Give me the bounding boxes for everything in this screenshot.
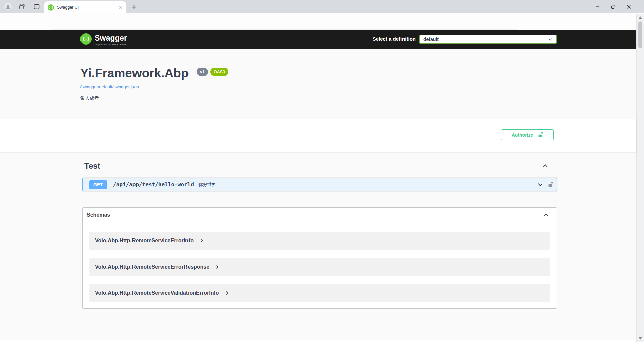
tag-title: Test (84, 161, 100, 171)
tab-actions-icon (33, 3, 40, 10)
swagger-logo-icon: {…} (80, 33, 92, 45)
page-bottom-edge (0, 340, 636, 342)
new-tab-button[interactable] (130, 3, 138, 11)
restore-icon (611, 5, 615, 9)
swagger-topbar: {…} Swagger Supported by SMARTBEAR Selec… (0, 30, 636, 49)
schemas-title: Schemas (87, 212, 110, 218)
collapse-chevron-up-icon[interactable] (542, 163, 549, 169)
scroll-down-arrow-icon[interactable] (639, 337, 642, 340)
tab-actions-button[interactable] (33, 3, 41, 11)
swagger-brand-text: Swagger (95, 34, 127, 43)
window-restore-button[interactable] (605, 0, 621, 13)
api-description: 集大成者 (80, 95, 99, 101)
minimize-icon (596, 5, 600, 9)
operation-get-hello-world[interactable]: GET /api/app/test/hello-world 你好世界 (82, 178, 557, 191)
workspaces-button[interactable] (18, 3, 26, 11)
schemas-section: Schemas Volo.Abp.Http.RemoteServiceError… (82, 207, 557, 309)
scrollbar-thumb[interactable] (638, 21, 642, 48)
definition-select-label: Select a definition (367, 36, 416, 42)
plus-icon (131, 5, 137, 10)
workspaces-icon (19, 3, 25, 10)
model-chevron-right-icon (215, 265, 219, 269)
definition-select[interactable]: default (419, 35, 557, 44)
unlock-icon (538, 132, 543, 138)
oas3-badge: OAS3 (210, 68, 228, 76)
tag-section-test[interactable]: Test (82, 158, 557, 174)
api-title: Yi.Framework.Abp (80, 66, 189, 80)
person-icon (4, 3, 12, 11)
model-remote-service-error-response[interactable]: Volo.Abp.Http.RemoteServiceErrorResponse (89, 258, 550, 276)
model-name: Volo.Abp.Http.RemoteServiceErrorInfo (95, 238, 194, 244)
swagger-brand-tagline: Supported by SMARTBEAR (95, 43, 127, 46)
vertical-scrollbar[interactable] (636, 14, 644, 342)
browser-tab-swagger-ui[interactable]: {…} Swagger UI (44, 1, 126, 13)
browser-tab-strip: {…} Swagger UI (0, 0, 644, 13)
schemas-header[interactable]: Schemas (83, 208, 557, 222)
close-icon (627, 5, 631, 9)
model-remote-service-validation-error-info[interactable]: Volo.Abp.Http.RemoteServiceValidationErr… (89, 284, 550, 302)
tab-title: Swagger UI (57, 5, 117, 10)
model-name: Volo.Abp.Http.RemoteServiceValidationErr… (95, 290, 219, 296)
model-chevron-right-icon (200, 239, 204, 243)
model-remote-service-error-info[interactable]: Volo.Abp.Http.RemoteServiceErrorInfo (89, 232, 550, 250)
operation-lock-icon[interactable] (548, 182, 553, 187)
close-tab-icon[interactable] (117, 4, 123, 10)
swagger-favicon-icon: {…} (48, 4, 54, 11)
model-chevron-right-icon (225, 291, 229, 295)
method-badge-get: GET (89, 180, 107, 189)
window-close-button[interactable] (621, 0, 636, 13)
select-chevron-down-icon (548, 37, 553, 42)
expand-chevron-down-icon[interactable] (537, 181, 544, 188)
authorize-label: Authorize (512, 132, 533, 138)
scroll-up-arrow-icon[interactable] (639, 16, 642, 19)
authorize-button[interactable]: Authorize (501, 129, 554, 140)
definition-selected-value: default (423, 37, 439, 42)
window-minimize-button[interactable] (590, 0, 605, 13)
schemas-chevron-up-icon[interactable] (543, 212, 549, 218)
browser-toolbar: localhost:19001/swagger/index.html A (0, 13, 644, 30)
window-controls (590, 0, 636, 13)
profile-avatar[interactable] (4, 3, 12, 11)
api-badges: v1 OAS3 (197, 68, 228, 76)
model-name: Volo.Abp.Http.RemoteServiceErrorResponse (95, 264, 209, 270)
spec-json-link[interactable]: /swagger/default/swagger.json (80, 84, 139, 89)
version-badge: v1 (197, 68, 208, 76)
operation-summary: 你好世界 (199, 182, 216, 188)
operation-path[interactable]: /api/app/test/hello-world (113, 181, 194, 188)
